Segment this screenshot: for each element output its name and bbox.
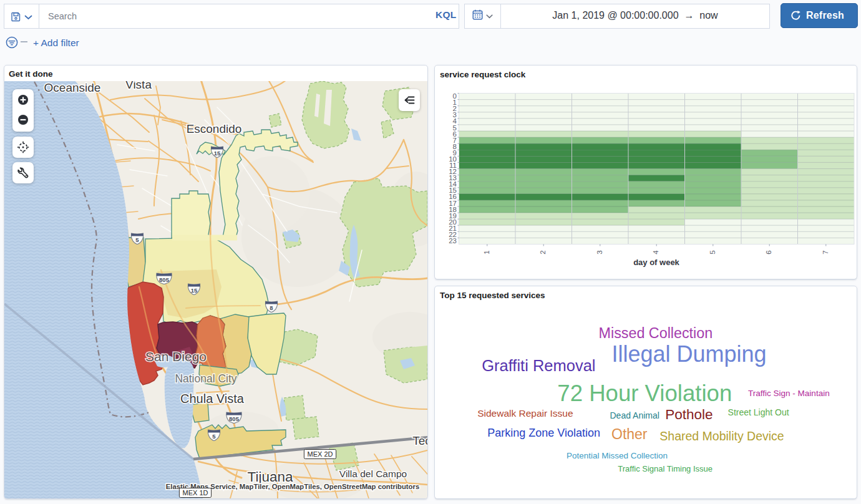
svg-text:23: 23 bbox=[449, 237, 457, 245]
svg-text:6: 6 bbox=[765, 250, 772, 254]
svg-text:MEX 1D: MEX 1D bbox=[183, 489, 208, 497]
svg-text:Villa del Campo: Villa del Campo bbox=[339, 468, 407, 479]
svg-text:MEX 2D: MEX 2D bbox=[308, 450, 333, 458]
svg-text:Oceanside: Oceanside bbox=[44, 81, 101, 94]
svg-text:5: 5 bbox=[709, 250, 716, 254]
svg-text:805: 805 bbox=[159, 276, 170, 283]
svg-text:5: 5 bbox=[135, 236, 139, 243]
svg-text:805: 805 bbox=[229, 415, 240, 422]
svg-text:2: 2 bbox=[539, 250, 547, 254]
svg-text:Vista: Vista bbox=[125, 81, 152, 91]
svg-text:1: 1 bbox=[483, 250, 490, 254]
svg-text:4: 4 bbox=[652, 250, 659, 254]
svg-text:5: 5 bbox=[212, 433, 216, 440]
svg-text:National City: National City bbox=[175, 372, 236, 385]
svg-text:8: 8 bbox=[270, 304, 273, 311]
svg-text:Tec: Tec bbox=[412, 434, 427, 447]
svg-text:San Diego: San Diego bbox=[145, 349, 207, 364]
svg-text:Chula Vista: Chula Vista bbox=[180, 392, 245, 405]
svg-text:15: 15 bbox=[214, 150, 221, 157]
svg-text:3: 3 bbox=[596, 250, 603, 254]
svg-text:15: 15 bbox=[191, 287, 198, 294]
svg-text:day of week: day of week bbox=[633, 258, 679, 267]
svg-text:7: 7 bbox=[822, 250, 829, 254]
svg-text:Escondido: Escondido bbox=[187, 122, 242, 135]
